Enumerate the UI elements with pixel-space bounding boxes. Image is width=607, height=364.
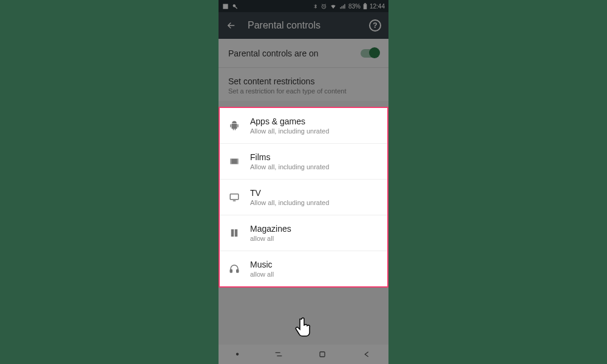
item-title: Apps & games [250, 116, 379, 126]
headphones-icon [228, 263, 240, 275]
nav-back-icon[interactable] [362, 349, 371, 359]
item-sub: Allow all, including unrated [250, 163, 379, 170]
nav-home-icon[interactable] [317, 349, 327, 359]
svg-rect-1 [364, 4, 367, 9]
back-icon[interactable] [226, 20, 237, 31]
svg-rect-5 [237, 159, 239, 164]
status-bar: 83% 12:44 [219, 0, 388, 12]
item-sub: allow all [250, 235, 379, 242]
wifi-icon [330, 3, 337, 10]
svg-rect-9 [320, 352, 325, 357]
page-title: Parental controls [248, 20, 358, 31]
battery-icon [363, 3, 367, 10]
image-icon [222, 3, 229, 10]
tv-icon [228, 191, 240, 203]
toggle-row[interactable]: Parental controls are on [219, 39, 388, 68]
alarm-icon [320, 3, 327, 10]
toggle-label: Parental controls are on [228, 49, 319, 58]
item-title: Music [250, 260, 379, 269]
item-sub: Allow all, including unrated [250, 199, 379, 206]
svg-rect-4 [230, 159, 231, 164]
item-title: Magazines [250, 224, 379, 234]
svg-rect-8 [237, 270, 239, 273]
android-icon [228, 120, 240, 132]
svg-rect-6 [230, 194, 239, 200]
nav-bar: • [219, 345, 388, 364]
list-item-tv[interactable]: TV Allow all, including unrated [220, 180, 387, 215]
nav-dot-icon: • [236, 349, 239, 360]
item-sub: allow all [250, 271, 379, 278]
cursor-hand-icon [293, 315, 314, 340]
section-subtitle: Set a restriction for each type of conte… [228, 87, 379, 95]
signal-icon [339, 3, 346, 10]
svg-rect-2 [364, 3, 366, 4]
section-title: Set content restrictions [228, 76, 379, 86]
restrictions-list: Apps & games Allow all, including unrate… [219, 107, 388, 288]
film-icon [228, 155, 240, 167]
clock-text: 12:44 [370, 3, 385, 10]
list-item-magazines[interactable]: Magazines allow all [220, 215, 387, 251]
nav-recent-icon[interactable] [274, 349, 283, 359]
bluetooth-icon [313, 3, 318, 10]
svg-rect-7 [230, 270, 232, 273]
list-item-films[interactable]: Films Allow all, including unrated [220, 144, 387, 180]
app-bar: Parental controls ? [219, 12, 388, 39]
item-title: TV [250, 188, 379, 198]
toggle-switch[interactable] [361, 49, 379, 58]
battery-text: 83% [348, 3, 361, 10]
list-item-apps[interactable]: Apps & games Allow all, including unrate… [220, 108, 387, 144]
list-item-music[interactable]: Music allow all [220, 251, 387, 286]
magazine-icon [228, 227, 240, 239]
section-header: Set content restrictions Set a restricti… [219, 68, 388, 101]
item-sub: Allow all, including unrated [250, 127, 379, 135]
phone-frame: 83% 12:44 Parental controls ? Parental c… [219, 0, 388, 364]
help-icon[interactable]: ? [369, 19, 381, 32]
item-title: Films [250, 152, 379, 162]
wrench-icon [231, 3, 238, 10]
